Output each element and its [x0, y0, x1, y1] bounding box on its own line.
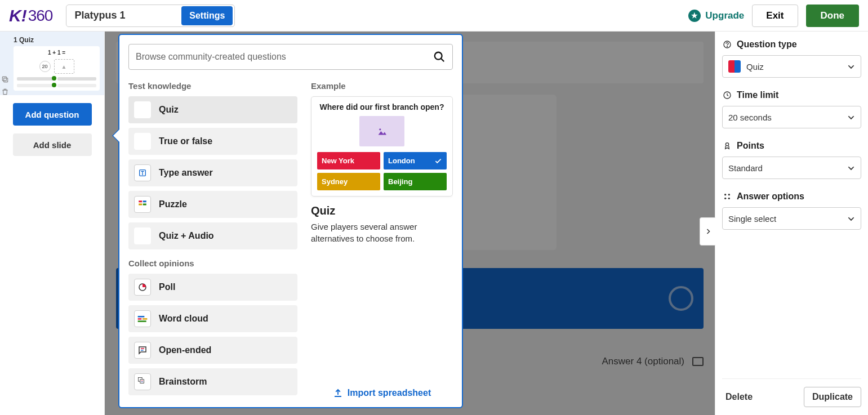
slide-side-icons	[1, 75, 9, 96]
search-icon[interactable]	[433, 51, 446, 63]
svg-rect-0	[4, 78, 8, 82]
svg-rect-20	[138, 316, 145, 318]
add-question-button[interactable]: Add question	[13, 103, 92, 126]
slide-thumbnail-area[interactable]: 1 Quiz 1 + 1 = 20 ▲	[0, 32, 104, 95]
word-cloud-icon	[134, 310, 151, 327]
duplicate-slide-icon[interactable]	[1, 75, 9, 83]
duplicate-question-button[interactable]: Duplicate	[804, 387, 861, 407]
answer-options-value: Single select	[728, 214, 776, 224]
right-panel-footer: Delete Duplicate	[722, 378, 861, 407]
points-label: Points	[722, 141, 861, 151]
example-answer-3: Sydney	[317, 173, 380, 190]
svg-point-8	[724, 198, 726, 199]
delete-slide-icon[interactable]	[1, 88, 9, 96]
svg-point-3	[727, 46, 727, 47]
svg-point-30	[379, 128, 381, 130]
qtype-quiz[interactable]: Quiz	[128, 96, 297, 123]
audio-icon	[134, 227, 151, 244]
points-value: Standard	[728, 163, 763, 173]
clock-icon	[722, 91, 732, 100]
search-placeholder: Browse community-created questions	[136, 52, 286, 62]
qtype-true-false[interactable]: True or false	[128, 128, 297, 155]
left-sidebar: 1 Quiz 1 + 1 = 20 ▲	[0, 32, 105, 415]
qtype-label: Brainstorm	[159, 377, 207, 387]
time-limit-label: Time limit	[722, 90, 861, 100]
qtype-quiz-audio[interactable]: Quiz + Audio	[128, 222, 297, 249]
svg-rect-22	[143, 318, 147, 320]
qtype-brainstorm[interactable]: Brainstorm	[128, 368, 297, 395]
add-slide-button[interactable]: Add slide	[13, 133, 92, 156]
answer-options-label: Answer options	[722, 191, 861, 202]
qtype-label: Word cloud	[159, 314, 208, 324]
question-type-label: Question type	[722, 39, 861, 50]
import-spreadsheet-link[interactable]: Import spreadsheet	[311, 380, 453, 398]
svg-point-6	[724, 194, 726, 195]
thumb-row: 20 ▲	[17, 59, 96, 74]
top-bar: K! 360 Platypus 1 Settings ★ Upgrade Exi…	[0, 0, 868, 32]
right-panel: Question type Quiz Time limit 20 s	[715, 32, 868, 415]
chevron-down-icon	[847, 113, 855, 121]
exit-button[interactable]: Exit	[752, 5, 798, 27]
done-button[interactable]: Done	[806, 5, 860, 27]
question-type-select[interactable]: Quiz	[722, 55, 861, 78]
delete-question-button[interactable]: Delete	[722, 391, 756, 403]
qtype-label: Poll	[159, 282, 175, 292]
points-select[interactable]: Standard	[722, 157, 861, 179]
app-logo: K! 360	[9, 6, 52, 25]
chevron-down-icon	[847, 164, 855, 172]
qtype-puzzle[interactable]: Puzzle	[128, 191, 297, 218]
kahoot-title-box[interactable]: Platypus 1 Settings	[66, 5, 235, 27]
thumb-answers	[17, 77, 96, 81]
example-answer-2: London	[384, 152, 447, 169]
poll-icon	[134, 279, 151, 296]
star-icon: ★	[688, 10, 701, 22]
time-limit-select[interactable]: 20 seconds	[722, 106, 861, 128]
slide-thumbnail[interactable]: 1 + 1 = 20 ▲	[14, 46, 100, 91]
chevron-down-icon	[847, 215, 855, 222]
example-type-title: Quiz	[311, 204, 453, 217]
popover-columns: Test knowledge Quiz True or false Type a…	[128, 78, 453, 398]
svg-rect-12	[139, 200, 142, 202]
qtype-label: Quiz	[159, 105, 179, 115]
example-card: Where did our first branch open? New Yor…	[311, 96, 453, 197]
svg-rect-27	[140, 380, 144, 383]
qtype-label: True or false	[159, 136, 212, 146]
question-search-input[interactable]: Browse community-created questions	[128, 44, 453, 70]
example-column: Example Where did our first branch open?…	[311, 78, 453, 398]
points-icon	[722, 141, 732, 150]
question-type-icon	[722, 40, 732, 49]
question-types-column: Test knowledge Quiz True or false Type a…	[128, 78, 297, 398]
qtype-poll[interactable]: Poll	[128, 274, 297, 301]
settings-button[interactable]: Settings	[181, 6, 233, 25]
qtype-word-cloud[interactable]: Word cloud	[128, 305, 297, 332]
question-type-group: Question type Quiz	[722, 39, 861, 78]
collapse-right-panel-button[interactable]	[700, 217, 715, 246]
qtype-type-answer[interactable]: Type answer	[128, 159, 297, 186]
qtype-open-ended[interactable]: Open-ended	[128, 337, 297, 364]
thumb-image-placeholder-icon: ▲	[54, 59, 74, 74]
example-answers: New York London Sydney Beijing	[317, 152, 447, 190]
svg-point-9	[728, 198, 730, 199]
answer-options-group: Answer options Single select	[722, 191, 861, 230]
answer-options-select[interactable]: Single select	[722, 207, 861, 230]
chevron-down-icon	[847, 63, 855, 70]
add-question-popover: Browse community-created questions Test …	[118, 34, 463, 408]
example-question: Where did our first branch open?	[317, 102, 447, 111]
test-knowledge-header: Test knowledge	[128, 81, 297, 91]
svg-point-7	[728, 194, 730, 195]
type-answer-icon	[134, 164, 151, 181]
svg-rect-1	[2, 77, 6, 81]
svg-rect-23	[138, 320, 146, 322]
svg-point-5	[725, 143, 728, 146]
quiz-icon	[728, 60, 741, 73]
upgrade-link[interactable]: ★ Upgrade	[688, 10, 744, 22]
svg-point-10	[435, 52, 442, 60]
logo-k: K!	[9, 6, 27, 25]
svg-rect-16	[140, 235, 141, 238]
example-header: Example	[311, 81, 453, 91]
thumb-question: 1 + 1 =	[17, 50, 96, 56]
svg-rect-21	[138, 318, 142, 320]
qtype-label: Type answer	[159, 168, 213, 178]
qtype-label: Quiz + Audio	[159, 231, 214, 241]
example-type-description: Give players several answer alternatives…	[311, 221, 453, 244]
